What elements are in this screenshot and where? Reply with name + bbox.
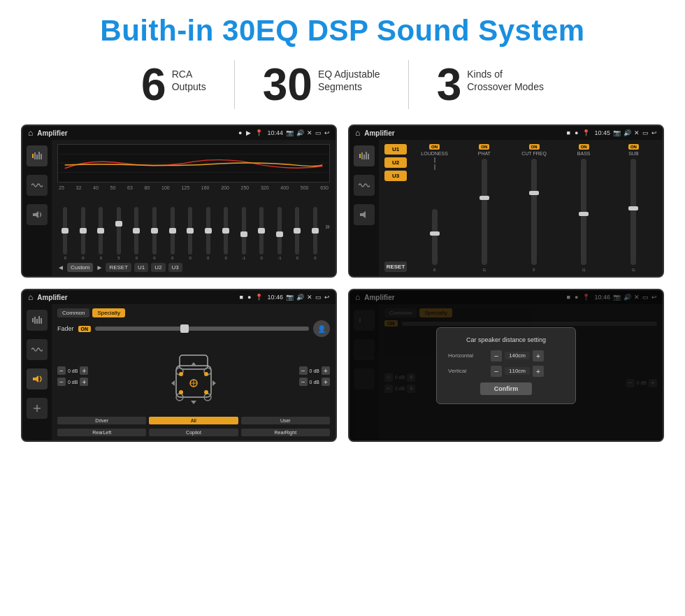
wave-btn[interactable] [27,175,48,196]
dialog-overlay: Car speaker distance setting Horizontal … [349,290,663,440]
home-icon-3[interactable]: ⌂ [28,292,33,302]
eq-slider-7[interactable]: 0 [182,207,199,260]
expand-btn-3[interactable] [27,398,48,419]
fader-avatar: 👤 [313,320,330,337]
eq-slider-14[interactable]: 0 [308,207,324,260]
preset-u2[interactable]: U2 [384,157,407,168]
vol-plus-fr[interactable]: + [322,366,330,375]
confirm-button[interactable]: Confirm [480,382,533,395]
fader-slider[interactable] [95,327,309,331]
slider-phat[interactable] [482,159,487,265]
eq-slider-1[interactable]: 0 [75,207,92,260]
stat-rca: 6 RCAOutputs [113,62,234,107]
screen-content-3: Common Specialty Fader ON 👤 [22,304,336,440]
svg-rect-9 [359,154,361,158]
side-panel-3 [22,304,52,440]
eq-btn-3[interactable] [27,310,48,331]
fader-row: Fader ON 👤 [57,320,330,337]
val-cutfreq: F [533,268,535,272]
screenshots-grid: ⌂ Amplifier ● ▶ 📍 10:44 📷 🔊 ✕ ▭ ↩ [21,124,664,442]
eq-btn[interactable] [27,145,48,166]
vol-minus-fl[interactable]: − [57,366,66,375]
wave-btn-3[interactable] [27,339,48,360]
horizontal-plus-btn[interactable]: + [533,350,544,361]
volume-btn[interactable] [27,204,48,225]
wave-btn-2[interactable] [354,175,375,196]
horizontal-minus-btn[interactable]: − [491,350,502,361]
vertical-plus-btn[interactable]: + [533,366,544,377]
on-badge-cutfreq: ON [529,144,540,150]
amp2-main: U1 U2 U3 RESET ON LOUDNESS [379,140,663,276]
svg-rect-11 [363,155,365,159]
vol-plus-rl[interactable]: + [80,378,88,386]
preset-u3[interactable]: U3 [384,171,407,181]
label-cutfreq: CUT FREQ [521,151,547,156]
dialog-label-horizontal: Horizontal [448,352,486,359]
eq-slider-3[interactable]: 5 [111,207,127,260]
main-title: Buith-in 30EQ DSP Sound System [21,14,664,48]
val-bass: G [582,268,586,272]
eq-slider-2[interactable]: 0 [93,207,109,260]
prev-arrow[interactable]: ◄ [57,264,64,271]
eq-slider-5[interactable]: 0 [147,207,163,260]
tab-specialty-3[interactable]: Specialty [92,308,124,317]
home-icon-2[interactable]: ⌂ [355,128,360,138]
on-badge-phat: ON [479,144,489,150]
expand-arrow[interactable]: » [325,222,330,231]
eq-slider-12[interactable]: -1 [272,207,288,260]
eq-btn-2[interactable] [354,145,375,166]
channel-cutfreq: ON CUT FREQ F [510,144,557,272]
next-arrow[interactable]: ► [96,264,103,271]
eq-slider-8[interactable]: 0 [200,207,216,260]
svg-point-29 [179,390,183,394]
slider-sub[interactable] [630,159,636,265]
vol-plus-rr[interactable]: + [322,378,330,386]
vertical-value: 110cm [505,367,530,375]
vol-row-rl: − 0 dB + [57,378,88,386]
slider-cutfreq[interactable] [531,159,537,265]
btn-rearleft[interactable]: RearLeft [57,429,146,436]
btn-rearright[interactable]: RearRight [241,429,330,436]
vol-plus-fl[interactable]: + [80,366,88,375]
btn-driver[interactable]: Driver [57,417,146,424]
vol-minus-rr[interactable]: − [299,378,308,386]
u2-btn-1[interactable]: U2 [151,263,165,272]
preset-u1[interactable]: U1 [384,144,407,155]
reset-btn-2[interactable]: RESET [384,262,407,272]
eq-graph [57,144,330,182]
slider-bass[interactable] [581,159,586,265]
eq-freq-labels: 2532 4050 6380 100125 160200 250320 4005… [57,185,330,190]
u1-btn-1[interactable]: U1 [134,263,148,272]
svg-rect-2 [36,155,38,159]
btn-copilot[interactable]: Copilot [149,429,238,436]
vol-val-rr: 0 dB [310,380,319,385]
tab-common-3[interactable]: Common [57,308,89,317]
reset-btn-1[interactable]: RESET [106,263,131,272]
fader-label: Fader [57,325,74,332]
eq-slider-11[interactable]: 0 [254,207,270,260]
u3-btn-1[interactable]: U3 [168,263,182,272]
vol-minus-rl[interactable]: − [57,378,66,386]
svg-marker-14 [360,211,366,218]
slider-loudness[interactable] [432,209,438,265]
eq-slider-10[interactable]: -1 [236,207,252,260]
amp2-channels: ON LOUDNESS 0 [411,144,657,272]
btn-all[interactable]: All [149,417,238,424]
eq-controls: ◄ Custom ► RESET U1 U2 U3 [57,263,330,272]
eq-slider-4[interactable]: 0 [129,207,145,260]
vertical-minus-btn[interactable]: − [491,366,502,377]
dot2-icon-3: ● [247,294,251,301]
volume-btn-2[interactable] [354,204,375,225]
stat-rca-number: 6 [141,62,166,107]
eq-slider-13[interactable]: 0 [289,207,305,260]
status-bar-1: ⌂ Amplifier ● ▶ 📍 10:44 📷 🔊 ✕ ▭ ↩ [22,126,336,140]
bottom-btns-2: RearLeft Copilot RearRight [57,429,330,436]
home-icon-1[interactable]: ⌂ [28,128,33,138]
eq-slider-6[interactable]: 0 [164,207,180,260]
eq-slider-0[interactable]: 0 [57,207,73,260]
vol-minus-fr[interactable]: − [299,366,308,375]
eq-slider-9[interactable]: 0 [218,207,234,260]
btn-user[interactable]: User [241,417,330,424]
custom-label[interactable]: Custom [67,263,94,272]
volume-btn-3[interactable] [27,368,48,389]
